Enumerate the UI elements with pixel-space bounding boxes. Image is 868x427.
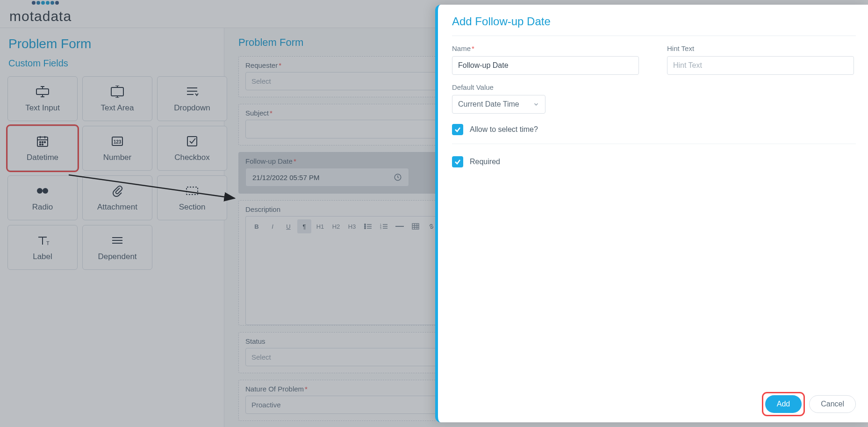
add-field-drawer: Add Follow-up Date Name* Hint Text Defau… [435,5,868,422]
chevron-down-icon [533,101,539,108]
add-button[interactable]: Add [765,395,802,413]
allow-time-label: Allow to select time? [470,125,538,134]
default-value-label: Default Value [452,83,856,91]
hint-input[interactable] [667,56,854,75]
drawer-title: Add Follow-up Date [452,15,856,36]
required-asterisk: * [472,44,474,52]
required-checkbox[interactable] [452,156,463,167]
name-label: Name [452,44,471,52]
name-input[interactable] [452,56,639,75]
default-value-select[interactable]: Current Date Time [452,95,545,114]
add-button-highlight: Add [764,394,803,414]
allow-time-checkbox[interactable] [452,124,463,135]
default-value-text: Current Date Time [458,100,519,109]
divider [452,144,856,144]
cancel-button[interactable]: Cancel [809,395,856,413]
required-label: Required [470,158,500,166]
hint-label: Hint Text [667,44,854,52]
